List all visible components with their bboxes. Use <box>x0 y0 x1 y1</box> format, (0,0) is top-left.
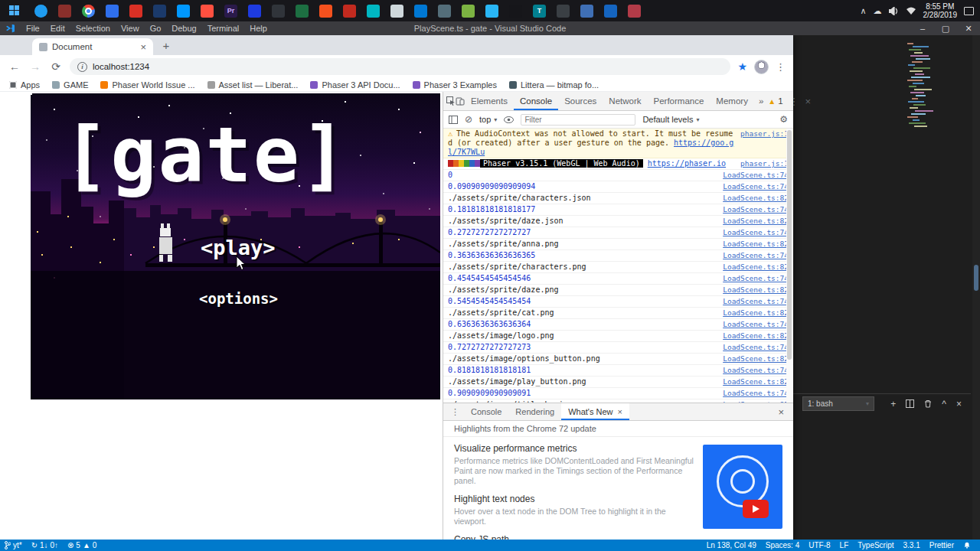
app-7-icon[interactable] <box>266 0 290 21</box>
app-vscode-icon[interactable] <box>172 0 195 21</box>
browser-menu-icon[interactable]: ⋮ <box>776 61 786 73</box>
source-link[interactable]: LoadScene.ts:82 <box>723 331 789 341</box>
source-link[interactable]: LoadScene.ts:82 <box>723 354 789 364</box>
drawer-close-icon[interactable]: × <box>772 406 790 418</box>
source-link[interactable]: LoadScene.ts:74 <box>723 251 789 260</box>
menu-debug[interactable]: Debug <box>166 24 201 33</box>
device-toolbar-icon[interactable] <box>456 96 465 106</box>
filter-input[interactable] <box>521 114 635 126</box>
bookmark-item[interactable]: Phaser World Issue ... <box>100 80 194 90</box>
devtools-tab-network[interactable]: Network <box>603 92 647 110</box>
app-20-icon[interactable] <box>622 0 646 21</box>
menu-view[interactable]: View <box>116 24 145 33</box>
source-link[interactable]: LoadScene.ts:82 <box>723 262 789 272</box>
app-13-icon[interactable] <box>433 0 456 21</box>
wifi-icon[interactable] <box>906 7 916 15</box>
maximize-button[interactable]: ▢ <box>934 21 957 35</box>
profile-avatar[interactable] <box>754 60 769 74</box>
warning-count-badge[interactable]: ▲1 <box>768 96 782 106</box>
bookmark-item[interactable]: Phaser 3 API Docu... <box>310 80 400 90</box>
app-9-icon[interactable] <box>338 0 361 21</box>
context-select[interactable]: top▾ <box>479 115 497 124</box>
devtools-tab-sources[interactable]: Sources <box>558 92 603 110</box>
bookmark-item[interactable]: Phaser 3 Examples <box>413 80 497 90</box>
menu-file[interactable]: File <box>21 24 45 33</box>
console-settings-gear-icon[interactable]: ⚙ <box>779 114 788 125</box>
source-link[interactable]: LoadScene.ts:82 <box>723 217 789 226</box>
app-github-icon[interactable] <box>504 0 528 21</box>
app-excel-icon[interactable] <box>290 0 314 21</box>
reload-icon[interactable]: ⟳ <box>49 60 63 73</box>
bookmark-item[interactable]: Asset list — Liberat... <box>207 80 299 90</box>
minimap[interactable] <box>907 41 933 171</box>
status-lf[interactable]: LF <box>835 541 854 549</box>
app-search-icon[interactable] <box>29 0 53 21</box>
log-levels-select[interactable]: Default levels▾ <box>642 115 699 124</box>
status-ln[interactable]: Ln 138, Col 49 <box>702 541 761 549</box>
minimize-button[interactable]: – <box>911 21 934 35</box>
source-link[interactable]: LoadScene.ts:74 <box>723 274 789 283</box>
devtools-tab-memory[interactable]: Memory <box>710 92 754 110</box>
source-link[interactable]: LoadScene.ts:74 <box>723 182 789 191</box>
editor-scrollbar[interactable] <box>972 35 980 540</box>
app-14-icon[interactable] <box>456 0 480 21</box>
close-button[interactable]: ✕ <box>957 21 980 35</box>
app-3-icon[interactable] <box>124 0 148 21</box>
status-utf-8[interactable]: UTF-8 <box>804 541 835 549</box>
status-3[interactable]: 3.3.1 <box>899 541 925 549</box>
source-link[interactable]: LoadScene.ts:82 <box>723 285 789 295</box>
clock[interactable]: 8:55 PM 2/28/2019 <box>923 2 958 19</box>
options-button[interactable]: <options> <box>199 290 278 307</box>
menu-edit[interactable]: Edit <box>45 24 70 33</box>
inspect-element-icon[interactable] <box>446 96 456 106</box>
site-info-icon[interactable]: i <box>77 62 87 72</box>
forward-icon[interactable]: → <box>28 60 42 73</box>
speaker-icon[interactable] <box>889 7 899 15</box>
close-icon[interactable]: × <box>617 407 622 416</box>
app-12-icon[interactable] <box>409 0 433 21</box>
eye-icon[interactable] <box>504 116 514 123</box>
source-link[interactable]: LoadScene.ts:82 <box>723 308 789 318</box>
menu-terminal[interactable]: Terminal <box>202 24 245 33</box>
kill-terminal-trash-icon[interactable] <box>924 399 932 408</box>
new-tab-button[interactable]: + <box>159 39 173 53</box>
game-canvas[interactable]: [gate] <play> <options> <box>31 93 440 399</box>
drawer-tab-console[interactable]: Console <box>464 403 508 420</box>
source-link[interactable]: LoadScene.ts:74 <box>723 205 789 214</box>
source-link[interactable]: LoadScene.ts:74 <box>723 228 789 237</box>
app-16-icon[interactable]: T <box>528 0 551 21</box>
source-link[interactable]: LoadScene.ts:74 <box>723 389 789 398</box>
app-10-icon[interactable] <box>361 0 385 21</box>
app-5-icon[interactable] <box>195 0 219 21</box>
more-tabs-icon[interactable]: » <box>754 96 768 106</box>
source-link[interactable]: LoadScene.ts:74 <box>723 171 789 180</box>
drawer-tab-rendering[interactable]: Rendering <box>508 403 561 420</box>
tab-close-icon[interactable]: × <box>140 42 146 52</box>
app-11-icon[interactable] <box>385 0 409 21</box>
app-4-icon[interactable] <box>148 0 172 21</box>
bookmark-item[interactable]: GAME <box>52 80 88 90</box>
source-link[interactable]: LoadScene.ts:82 <box>723 240 789 249</box>
app-8-icon[interactable] <box>314 0 338 21</box>
app-6-icon[interactable] <box>243 0 266 21</box>
close-panel-icon[interactable]: × <box>956 399 962 409</box>
tray-chevron-up-icon[interactable]: ∧ <box>860 6 866 16</box>
app-18-icon[interactable] <box>575 0 599 21</box>
notification-center-icon[interactable] <box>964 7 974 15</box>
scrollbar-thumb[interactable] <box>974 265 978 291</box>
source-link[interactable]: LoadScene.ts:74 <box>723 343 789 352</box>
devtools-tab-elements[interactable]: Elements <box>465 92 514 110</box>
devtools-menu-icon[interactable]: ⋮ <box>789 96 799 107</box>
clear-console-icon[interactable]: ⊘ <box>465 114 472 125</box>
app-17-icon[interactable] <box>551 0 575 21</box>
chrome-update-video-thumbnail[interactable] <box>703 445 782 529</box>
git-sync[interactable]: ↻ 1↓ 0↑ <box>27 541 63 549</box>
source-link[interactable]: LoadScene.ts:82 <box>723 377 789 386</box>
git-branch[interactable]: yt* <box>0 541 27 549</box>
drawer-menu-icon[interactable]: ⋮ <box>446 407 464 417</box>
app-premiere-icon[interactable]: Pr <box>219 0 243 21</box>
start-button[interactable] <box>0 0 29 21</box>
app-19-icon[interactable] <box>599 0 622 21</box>
problems-indicator[interactable]: ⊗ 5 ▲ 0 <box>63 541 101 549</box>
app-15-icon[interactable] <box>480 0 504 21</box>
